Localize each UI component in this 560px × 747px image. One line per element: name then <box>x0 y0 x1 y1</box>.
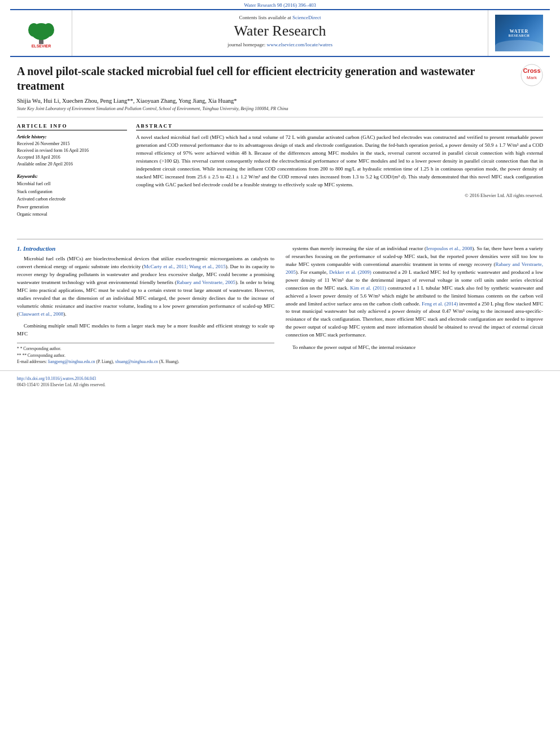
homepage-line: journal homepage: www.elsevier.com/locat… <box>84 42 476 47</box>
body-left-column: 1. Introduction Microbial fuel cells (MF… <box>17 245 274 365</box>
article-meta-section: ARTICLE INFO Article history: Received 2… <box>17 123 543 224</box>
abstract-text: A novel stacked microbial fuel cell (MFC… <box>136 134 543 189</box>
ref-ieropoulos[interactable]: Ieropoulos et al., 2008 <box>426 246 473 251</box>
ref-feng[interactable]: Feng et al. (2014) <box>422 301 458 307</box>
journal-title-area: Contents lists available at ScienceDirec… <box>72 10 488 56</box>
body-separator <box>17 239 543 239</box>
footnote-star1: * * Corresponding author. <box>17 346 274 352</box>
cover-decoration <box>495 40 543 51</box>
svg-text:Cross: Cross <box>523 67 540 74</box>
right-paragraph-1: systems than merely increasing the size … <box>286 245 543 339</box>
article-info-heading: ARTICLE INFO <box>17 123 127 130</box>
history-label: Article history: <box>17 134 127 139</box>
keywords-block: Keywords: Microbial fuel cell Stack conf… <box>17 173 127 219</box>
elsevier-logo-area: ELSEVIER <box>10 10 72 56</box>
ref-rabaey-1[interactable]: Rabaey and Verstraete, 2005 <box>177 279 235 285</box>
main-content: A novel pilot-scale stacked microbial fu… <box>0 57 560 231</box>
intro-paragraph-2: Combining multiple small MFC modules to … <box>17 322 274 338</box>
received-date: Received 26 November 2015 <box>17 141 127 147</box>
homepage-link[interactable]: www.elsevier.com/locate/watres <box>267 42 333 47</box>
ref-dekker[interactable]: Dekker et al. (2009) <box>329 269 371 275</box>
page-footer: http://dx.doi.org/10.1016/j.watres.2016.… <box>0 370 560 391</box>
footnotes-area: * * Corresponding author. ** ** Correspo… <box>17 343 274 365</box>
keywords-list: Microbial fuel cell Stack configuration … <box>17 180 127 219</box>
doi-link[interactable]: http://dx.doi.org/10.1016/j.watres.2016.… <box>17 376 96 381</box>
sciencedirect-link[interactable]: ScienceDirect <box>292 15 321 20</box>
revised-date: Received in revised form 16 April 2016 <box>17 147 127 154</box>
article-info-column: ARTICLE INFO Article history: Received 2… <box>17 123 127 224</box>
ref-mccarty[interactable]: McCarty et al., 2011; Wang et al., 2015 <box>144 264 226 269</box>
introduction-text: Microbial fuel cells (MFCs) are bioelect… <box>17 255 274 338</box>
body-right-text: systems than merely increasing the size … <box>286 245 543 352</box>
keywords-label: Keywords: <box>17 173 127 179</box>
ref-clauwaert[interactable]: Clauwaert et al., 2008 <box>19 311 63 317</box>
authors: Shijia Wu, Hui Li, Xuechen Zhou, Peng Li… <box>17 98 515 104</box>
article-title-section: A novel pilot-scale stacked microbial fu… <box>17 64 543 117</box>
journal-header: ELSEVIER Contents lists available at Sci… <box>10 9 550 57</box>
svg-point-3 <box>28 23 40 37</box>
citation-text: Water Research 98 (2016) 396–403 <box>244 2 316 8</box>
crossmark-icon: Cross Mark <box>520 64 543 86</box>
issn-line: 0043-1354/© 2016 Elsevier Ltd. All right… <box>17 382 543 388</box>
journal-title: Water Research <box>84 23 476 40</box>
keyword-2: Stack configuration <box>17 188 127 196</box>
copyright-line: © 2016 Elsevier Ltd. All rights reserved… <box>136 193 543 198</box>
abstract-heading: ABSTRACT <box>136 123 543 130</box>
footnote-star2: ** ** Corresponding author. <box>17 352 274 359</box>
article-title-area: A novel pilot-scale stacked microbial fu… <box>17 64 515 111</box>
article-history-block: Article history: Received 26 November 20… <box>17 134 127 168</box>
abstract-column: ABSTRACT A novel stacked microbial fuel … <box>136 123 543 224</box>
ref-rabaey-2[interactable]: Rabaey and Verstraete, 2005 <box>286 261 543 275</box>
keyword-3: Activated carbon electrode <box>17 195 127 203</box>
svg-text:ELSEVIER: ELSEVIER <box>31 44 51 48</box>
journal-citation: Water Research 98 (2016) 396–403 <box>0 0 560 9</box>
journal-cover-area: WATER RESEARCH <box>488 10 550 56</box>
ref-kim[interactable]: Kim et al. (2011) <box>350 285 386 291</box>
affiliation: State Key Joint Laboratory of Environmen… <box>17 106 515 111</box>
body-right-column: systems than merely increasing the size … <box>286 245 543 365</box>
footnote-emails: E-mail addresses: liangpeng@tsinghua.edu… <box>17 359 274 365</box>
keyword-4: Power generation <box>17 203 127 211</box>
article-title: A novel pilot-scale stacked microbial fu… <box>17 64 515 93</box>
available-date: Available online 20 April 2016 <box>17 161 127 168</box>
keyword-1: Microbial fuel cell <box>17 180 127 188</box>
contents-line: Contents lists available at ScienceDirec… <box>84 15 476 20</box>
introduction-heading: 1. Introduction <box>17 245 274 252</box>
svg-point-4 <box>43 23 54 37</box>
doi-line: http://dx.doi.org/10.1016/j.watres.2016.… <box>17 375 543 382</box>
svg-text:Mark: Mark <box>527 75 537 80</box>
elsevier-logo: ELSEVIER <box>16 18 67 49</box>
journal-cover: WATER RESEARCH <box>495 15 543 51</box>
email-liang[interactable]: liangpeng@tsinghua.edu.cn <box>48 359 95 364</box>
email-huang[interactable]: xhuang@tsinghua.edu.cn <box>115 359 158 364</box>
keyword-5: Organic removal <box>17 211 127 219</box>
accepted-date: Accepted 18 April 2016 <box>17 154 127 161</box>
body-content: 1. Introduction Microbial fuel cells (MF… <box>0 245 560 365</box>
right-paragraph-2: To enhance the power output of MFC, the … <box>286 344 543 352</box>
intro-paragraph-1: Microbial fuel cells (MFCs) are bioelect… <box>17 255 274 318</box>
